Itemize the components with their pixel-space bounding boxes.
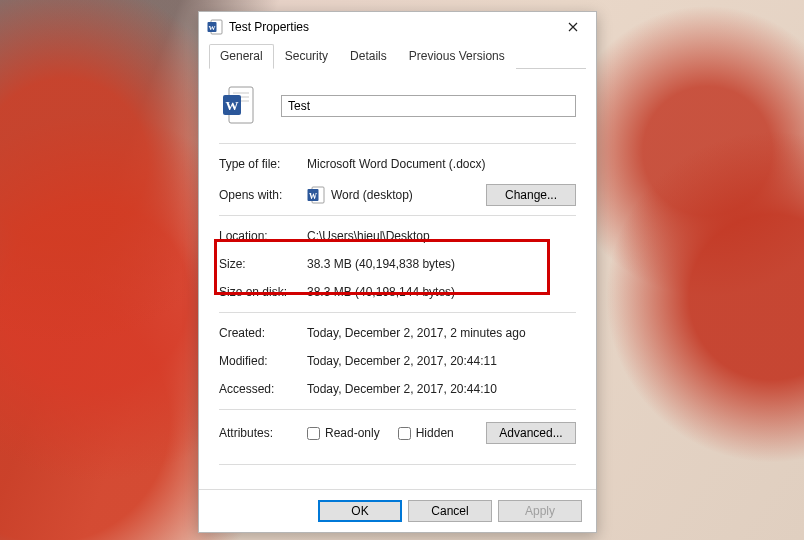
readonly-input[interactable] bbox=[307, 427, 320, 440]
modified-value: Today, December 2, 2017, 20:44:11 bbox=[307, 354, 576, 368]
svg-text:W: W bbox=[309, 192, 317, 201]
opens-with-value: Word (desktop) bbox=[331, 188, 486, 202]
location-value: C:\Users\hieul\Desktop bbox=[307, 229, 576, 243]
divider bbox=[219, 312, 576, 313]
size-on-disk-value: 38.3 MB (40,198,144 bytes) bbox=[307, 285, 576, 299]
word-app-icon: W bbox=[307, 186, 325, 204]
tab-details[interactable]: Details bbox=[339, 44, 398, 69]
change-button[interactable]: Change... bbox=[486, 184, 576, 206]
location-label: Location: bbox=[219, 229, 307, 243]
divider bbox=[219, 143, 576, 144]
readonly-label: Read-only bbox=[325, 426, 380, 440]
size-label: Size: bbox=[219, 257, 307, 271]
accessed-label: Accessed: bbox=[219, 382, 307, 396]
cancel-button[interactable]: Cancel bbox=[408, 500, 492, 522]
file-name-input[interactable] bbox=[281, 95, 576, 117]
svg-text:W: W bbox=[209, 24, 216, 32]
attributes-label: Attributes: bbox=[219, 426, 307, 440]
tab-previous-versions[interactable]: Previous Versions bbox=[398, 44, 516, 69]
size-value: 38.3 MB (40,194,838 bytes) bbox=[307, 257, 576, 271]
svg-text:W: W bbox=[226, 98, 239, 113]
properties-dialog: W Test Properties General Security Detai… bbox=[198, 11, 597, 533]
dialog-footer: OK Cancel Apply bbox=[199, 489, 596, 532]
hidden-input[interactable] bbox=[398, 427, 411, 440]
type-of-file-label: Type of file: bbox=[219, 157, 307, 171]
word-icon: W bbox=[207, 19, 223, 35]
ok-button[interactable]: OK bbox=[318, 500, 402, 522]
tab-strip: General Security Details Previous Versio… bbox=[199, 42, 596, 69]
type-of-file-value: Microsoft Word Document (.docx) bbox=[307, 157, 576, 171]
general-panel: W Type of file: Microsoft Word Document … bbox=[199, 69, 596, 489]
apply-button[interactable]: Apply bbox=[498, 500, 582, 522]
advanced-button[interactable]: Advanced... bbox=[486, 422, 576, 444]
titlebar[interactable]: W Test Properties bbox=[199, 12, 596, 42]
size-on-disk-label: Size on disk: bbox=[219, 285, 307, 299]
accessed-value: Today, December 2, 2017, 20:44:10 bbox=[307, 382, 576, 396]
tab-general[interactable]: General bbox=[209, 44, 274, 69]
hidden-checkbox[interactable]: Hidden bbox=[398, 426, 454, 440]
close-icon bbox=[568, 22, 578, 32]
window-title: Test Properties bbox=[229, 20, 552, 34]
modified-label: Modified: bbox=[219, 354, 307, 368]
tab-security[interactable]: Security bbox=[274, 44, 339, 69]
close-button[interactable] bbox=[552, 13, 594, 41]
hidden-label: Hidden bbox=[416, 426, 454, 440]
desktop-background: W Test Properties General Security Detai… bbox=[0, 0, 804, 540]
divider bbox=[219, 409, 576, 410]
file-word-icon: W bbox=[221, 85, 257, 127]
divider bbox=[219, 464, 576, 465]
created-label: Created: bbox=[219, 326, 307, 340]
readonly-checkbox[interactable]: Read-only bbox=[307, 426, 380, 440]
created-value: Today, December 2, 2017, 2 minutes ago bbox=[307, 326, 576, 340]
divider bbox=[219, 215, 576, 216]
opens-with-label: Opens with: bbox=[219, 188, 307, 202]
